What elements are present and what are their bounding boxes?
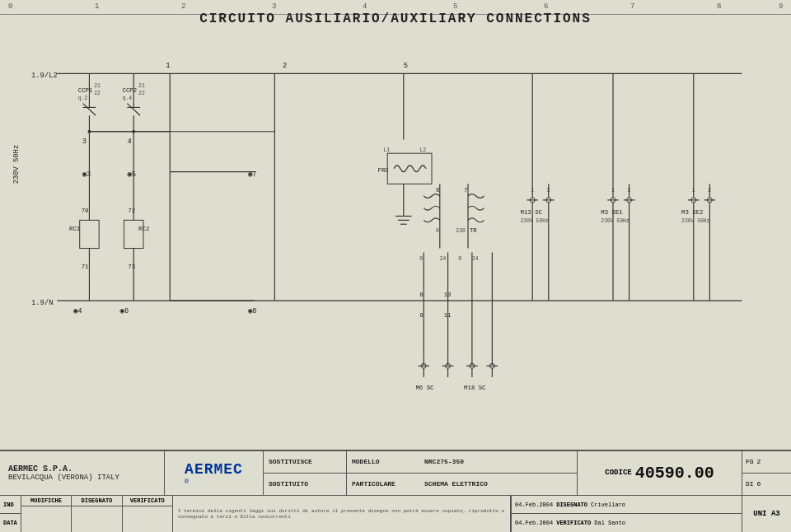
ruler-mark-0: 0 xyxy=(8,2,12,11)
legal-text: I termini delle vigenti leggi sui diritt… xyxy=(173,496,511,532)
svg-text:230V 50Hz: 230V 50Hz xyxy=(681,218,709,224)
company-address: BEVILACQUA (VERONA) ITALY xyxy=(8,474,156,482)
svg-text:CCP2: CCP2 xyxy=(123,87,138,94)
svg-text:7: 7 xyxy=(464,187,467,194)
bottom-bottom-row: IND DATA MODIFICHE DISEGNATO VERIFICATO xyxy=(0,496,791,532)
diagram-area: .circuit-line { stroke: #333; stroke-wid… xyxy=(0,15,791,450)
svg-text:1.9/N: 1.9/N xyxy=(31,299,53,307)
modello-value: NRC275-350 xyxy=(424,458,464,465)
svg-text:230V 50Hz: 230V 50Hz xyxy=(12,145,21,184)
svg-text:8: 8 xyxy=(419,292,423,298)
particolare-value: SCHEMA ELETTRICO xyxy=(424,480,488,488)
ruler-mark-6: 6 xyxy=(544,2,548,11)
data1-value: 04.Feb.2004 xyxy=(515,502,553,508)
svg-text:◉4: ◉4 xyxy=(73,307,82,315)
uni-label: UNI A3 xyxy=(753,510,779,518)
svg-text:230V 50Hz: 230V 50Hz xyxy=(521,218,549,224)
modello-label: MODELLO xyxy=(352,458,418,465)
svg-text:9: 9 xyxy=(419,312,423,319)
modif-labels: IND DATA xyxy=(0,496,21,532)
svg-text:2: 2 xyxy=(283,62,287,70)
particolare-label: PARTICOLARE xyxy=(352,480,418,488)
svg-text:24: 24 xyxy=(472,256,479,262)
dates-block: 04.Feb.2004 DISEGNATO Crivellaro 04.Feb.… xyxy=(511,496,742,532)
ruler-mark-2: 2 xyxy=(181,2,185,11)
svg-text:1.9/L2: 1.9/L2 xyxy=(31,72,58,80)
svg-text:1: 1 xyxy=(166,62,170,70)
data-label: DATA xyxy=(0,514,21,532)
sostitisce-row: SOSTITUISCE xyxy=(264,451,346,474)
svg-text:L2: L2 xyxy=(419,147,426,153)
ruler-mark-8: 8 xyxy=(717,2,721,11)
logo-area: AERMEC ® xyxy=(165,451,264,495)
svg-text:◉6: ◉6 xyxy=(120,307,129,315)
disegnato-header: DISEGNATO xyxy=(72,496,121,506)
svg-text:21: 21 xyxy=(138,83,145,89)
ind-label: IND xyxy=(0,496,21,515)
svg-text:230V 50Hz: 230V 50Hz xyxy=(601,218,629,224)
svg-text:RC1: RC1 xyxy=(69,226,81,232)
svg-text:24: 24 xyxy=(440,256,447,262)
di-value: 6 xyxy=(757,480,761,488)
bottom-top-row: AERMEC S.P.A. BEVILACQUA (VERONA) ITALY … xyxy=(0,451,791,496)
svg-text:M3 SE1: M3 SE1 xyxy=(601,209,623,216)
di-row: DI 6 xyxy=(742,474,791,495)
tech-info: SOSTITUISCE SOSTITUITO xyxy=(264,451,346,495)
logo-sub: ® xyxy=(185,478,243,485)
ruler-mark-1: 1 xyxy=(95,2,99,11)
svg-text:5: 5 xyxy=(404,62,408,70)
svg-text:22: 22 xyxy=(138,91,145,96)
modifiche-header: MODIFICHE xyxy=(21,496,71,506)
modello-row: MODELLO NRC275-350 xyxy=(347,451,577,474)
ruler-mark-9: 9 xyxy=(779,2,783,11)
svg-text:0: 0 xyxy=(458,256,461,262)
svg-text:70: 70 xyxy=(82,208,89,214)
svg-text:4: 4 xyxy=(127,138,131,146)
svg-text:21: 21 xyxy=(94,83,101,89)
modifiche-content xyxy=(21,506,71,532)
svg-text:RC2: RC2 xyxy=(138,226,149,232)
ruler-mark-5: 5 xyxy=(453,2,457,11)
disegnato-value: Crivellaro xyxy=(591,502,625,508)
company-info: AERMEC S.P.A. BEVILACQUA (VERONA) ITALY xyxy=(0,451,165,495)
svg-text:71: 71 xyxy=(82,264,89,270)
company-name: AERMEC S.P.A. xyxy=(8,464,156,474)
svg-rect-43 xyxy=(124,220,143,248)
svg-text:0: 0 xyxy=(419,256,423,262)
svg-text:3: 3 xyxy=(82,138,87,146)
svg-rect-39 xyxy=(80,220,99,248)
svg-text:0: 0 xyxy=(436,228,439,234)
verificato-label: VERIFICATO xyxy=(556,520,591,526)
codice-label: CODICE xyxy=(605,469,631,477)
uni-area: UNI A3 xyxy=(742,496,791,532)
sostituito-row: SOSTITUITO xyxy=(264,474,346,495)
circuit-svg: .circuit-line { stroke: #333; stroke-wid… xyxy=(0,15,791,450)
verificato-value: Dal Santo xyxy=(594,520,625,526)
verificato-date-row: 04.Feb.2004 VERIFICATO Dal Santo xyxy=(512,514,742,532)
modifiche-col: MODIFICHE xyxy=(21,496,72,532)
verificato-content xyxy=(123,506,172,532)
ruler-mark-7: 7 xyxy=(630,2,634,11)
di-label: DI xyxy=(746,480,754,488)
svg-text:230: 230 xyxy=(456,228,466,234)
right-info: MODELLO NRC275-350 PARTICOLARE SCHEMA EL… xyxy=(346,451,577,495)
particolare-row: PARTICOLARE SCHEMA ELETTRICO xyxy=(347,474,577,495)
verificato-col: VERIFICATO xyxy=(123,496,172,532)
svg-text:FRC: FRC xyxy=(377,167,389,174)
verificato-header: VERIFICATO xyxy=(123,496,172,506)
sostituito-label: SOSTITUITO xyxy=(269,480,335,488)
svg-text:M18 SC: M18 SC xyxy=(464,385,486,391)
modif-cols: MODIFICHE DISEGNATO VERIFICATO xyxy=(21,496,172,532)
disegnato-col: DISEGNATO xyxy=(72,496,122,532)
svg-text:M13 SC: M13 SC xyxy=(521,209,543,216)
svg-text:M3 SE2: M3 SE2 xyxy=(681,209,703,216)
svg-text:◉5: ◉5 xyxy=(127,170,136,179)
main-container: 0 1 2 3 4 5 6 7 8 9 CIRCUITO AUSILIARIO/… xyxy=(0,0,791,532)
sheet-info: FG 2 DI 6 xyxy=(742,451,791,495)
svg-text:◉7: ◉7 xyxy=(248,170,257,179)
fg-label: FG xyxy=(746,458,754,465)
svg-text:TR: TR xyxy=(470,227,477,234)
fg-row: FG 2 xyxy=(742,451,791,474)
disegnato-date-row: 04.Feb.2004 DISEGNATO Crivellaro xyxy=(512,496,742,515)
bottom-bar: AERMEC S.P.A. BEVILACQUA (VERONA) ITALY … xyxy=(0,450,791,532)
